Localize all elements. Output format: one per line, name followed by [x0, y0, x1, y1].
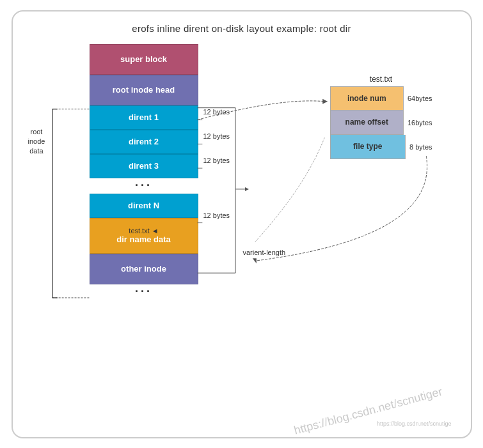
inode-num-row: inode num 64bytes [330, 86, 432, 111]
dirent3-bytes: 12 bytes [203, 157, 230, 164]
main-stack: super block root inode head dirent 1 dir… [90, 44, 198, 300]
diagram-area: root inode data super block root inode h… [26, 44, 458, 431]
dots1: ··· [90, 178, 198, 194]
dots2: ··· [90, 284, 198, 300]
dirent1-block: dirent 1 [90, 105, 198, 130]
svg-marker-15 [252, 258, 256, 263]
file-type-size-label: 8 bytes [409, 143, 432, 151]
dirent2-bytes: 12 bytes [203, 132, 230, 140]
svg-marker-14 [322, 98, 328, 104]
file-type-cell: file type [330, 135, 406, 159]
name-offset-cell: name offset [330, 111, 404, 135]
testtxt-rows: inode num 64bytes name offset 16bytes fi… [330, 86, 432, 159]
watermark2: https://blog.csdn.net/scnutige [377, 421, 452, 427]
direntN-block: dirent N [90, 194, 198, 218]
dirent2-block: dirent 2 [90, 130, 198, 154]
dirname-small-label: test.txt ◄ [129, 227, 158, 235]
svg-marker-13 [244, 187, 248, 190]
varient-label: varient-length [243, 249, 286, 256]
super-block: super block [90, 44, 198, 75]
dirent1-bytes: 12 bytes [203, 108, 230, 116]
watermark: https://blog.csdn.net/scnutiger [293, 385, 444, 437]
root-inode-head: root inode head [90, 75, 198, 105]
inode-size-label: 64bytes [408, 95, 432, 102]
root-inode-label: root inode data [28, 127, 45, 157]
testtxt-box: test.txt inode num 64bytes name offset 1… [330, 75, 432, 159]
direntN-bytes: 12 bytes [203, 212, 230, 219]
file-type-row: file type 8 bytes [330, 135, 432, 159]
inode-num-cell: inode num [330, 86, 404, 111]
dirname-block: test.txt ◄ dir name data [90, 218, 198, 254]
testtxt-title: test.txt [330, 75, 432, 84]
dirent3-block: dirent 3 [90, 154, 198, 178]
name-offset-row: name offset 16bytes [330, 111, 432, 135]
outer-container: erofs inline dirent on-disk layout examp… [12, 10, 472, 438]
page-title: erofs inline dirent on-disk layout examp… [132, 23, 351, 34]
root-inode-text: root inode data [28, 127, 45, 157]
name-offset-size-label: 16bytes [408, 119, 432, 127]
dirname-label: dir name data [116, 235, 171, 244]
other-inode-block: other inode [90, 254, 198, 284]
